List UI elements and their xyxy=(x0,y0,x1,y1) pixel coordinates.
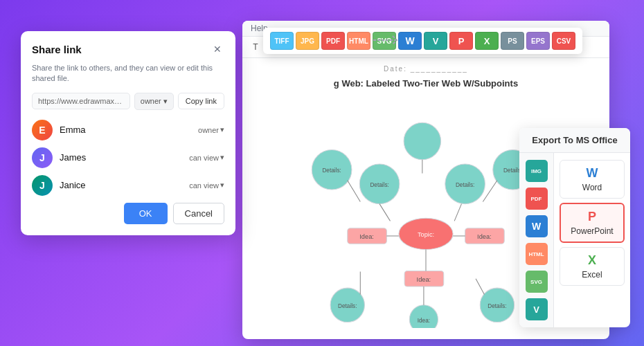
ppt-button[interactable]: P xyxy=(449,32,473,50)
svg-line-16 xyxy=(454,204,461,221)
user-permission-janice[interactable]: can view ▾ xyxy=(189,181,224,190)
copy-link-button[interactable]: Copy link xyxy=(178,93,224,109)
ok-button[interactable]: OK xyxy=(124,203,168,224)
user-permission-james[interactable]: can view ▾ xyxy=(189,153,224,162)
powerpoint-label: PowerPoint xyxy=(568,226,616,236)
svg-text:Details:: Details: xyxy=(322,167,341,174)
james-perm-label: can view xyxy=(189,154,219,162)
svg-line-28 xyxy=(476,279,484,295)
svg-text:Details:: Details: xyxy=(488,303,506,309)
cancel-button[interactable]: Cancel xyxy=(173,203,224,224)
avatar-janice: J xyxy=(32,175,53,196)
chevron-down-icon: ▾ xyxy=(163,97,168,106)
modal-header: Share link ✕ xyxy=(32,42,224,56)
avatar-emma: E xyxy=(32,120,53,140)
svg-point-32 xyxy=(404,122,441,160)
svg-line-13 xyxy=(379,204,390,221)
export-panel: Export To MS Office IMG PDF W HTML SVG V… xyxy=(519,128,630,327)
word-icon: W xyxy=(567,166,617,181)
powerpoint-export-option[interactable]: P PowerPoint xyxy=(560,203,625,243)
user-name-emma: Emma xyxy=(60,125,191,135)
modal-footer: OK Cancel xyxy=(32,203,224,224)
ppt-icon: P xyxy=(568,210,616,224)
export-pdf-icon[interactable]: PDF xyxy=(526,188,548,210)
tiff-button[interactable]: TIFF xyxy=(270,32,294,50)
emma-perm-label: owner xyxy=(198,126,219,134)
janice-perm-label: can view xyxy=(189,181,219,190)
html-button[interactable]: HTML xyxy=(347,32,370,50)
export-header: Export To MS Office xyxy=(519,128,630,153)
jpg-button[interactable]: JPG xyxy=(296,32,319,50)
user-name-janice: Janice xyxy=(60,180,182,190)
link-row: https://www.edrawmax.com/online/fil owne… xyxy=(32,93,224,110)
svg-text:Idea:: Idea: xyxy=(417,276,431,283)
excel-label: Excel xyxy=(567,270,617,280)
export-vsd-icon[interactable]: V xyxy=(526,298,548,320)
link-input-display[interactable]: https://www.edrawmax.com/online/fil xyxy=(32,93,130,109)
svg-text:Idea:: Idea: xyxy=(359,233,374,240)
word-export-option[interactable]: W Word xyxy=(560,160,625,199)
svg-text:Details:: Details: xyxy=(338,303,357,309)
excel-export-option[interactable]: X Excel xyxy=(560,247,625,286)
export-html-icon[interactable]: HTML xyxy=(526,243,548,265)
avatar-emma-img: E xyxy=(32,120,53,140)
user-row-james: J James can view ▾ xyxy=(32,147,224,168)
james-perm-chevron: ▾ xyxy=(220,153,224,162)
svg-line-19 xyxy=(348,181,361,202)
svg-text:Topic:: Topic: xyxy=(418,231,434,238)
modal-close-button[interactable]: ✕ xyxy=(211,42,224,56)
date-line: Date: ___________ xyxy=(249,65,602,73)
avatar-janice-img: J xyxy=(32,175,53,196)
svg-text:Details:: Details: xyxy=(456,182,474,188)
excel-icon: X xyxy=(567,253,617,268)
user-row-janice: J Janice can view ▾ xyxy=(32,175,224,196)
permission-label: owner xyxy=(141,97,161,105)
svg-text:Idea:: Idea: xyxy=(477,233,492,240)
eps-button[interactable]: EPS xyxy=(526,32,550,50)
permission-dropdown[interactable]: owner ▾ xyxy=(134,93,174,110)
format-toolbar: TIFF JPG PDF HTML SVG W V P X PS EPS CSV xyxy=(263,28,582,54)
pdf-button[interactable]: PDF xyxy=(321,32,345,50)
diagram-title: g Web: Labeled Two-Tier Web W/Subpoints xyxy=(249,78,602,89)
user-name-james: James xyxy=(60,152,182,163)
avatar-james-img: J xyxy=(32,147,53,168)
modal-title: Share link xyxy=(32,44,82,55)
csv-button[interactable]: CSV xyxy=(552,32,575,50)
xls-button[interactable]: X xyxy=(475,32,499,50)
export-word-sidebar-icon[interactable]: W xyxy=(526,215,548,237)
vsd-button[interactable]: V xyxy=(424,32,447,50)
emma-perm-chevron: ▾ xyxy=(220,125,224,134)
ps-button[interactable]: PS xyxy=(501,32,524,50)
janice-perm-chevron: ▾ xyxy=(220,181,224,190)
avatar-james: J xyxy=(32,147,53,168)
word-label: Word xyxy=(567,183,617,192)
arrow-indicator xyxy=(370,33,398,51)
share-modal: Share link ✕ Share the link to others, a… xyxy=(21,31,235,235)
svg-text:Details:: Details: xyxy=(370,182,388,188)
export-grid: IMG PDF W HTML SVG V W Word P PowerPoint… xyxy=(519,153,630,327)
user-row-emma: E Emma owner ▾ xyxy=(32,120,224,140)
svg-text:Idea:: Idea: xyxy=(418,318,430,324)
modal-description: Share the link to others, and they can v… xyxy=(32,63,224,84)
export-svg-icon[interactable]: SVG xyxy=(526,271,548,293)
export-img-icon[interactable]: IMG xyxy=(526,160,548,182)
export-options: W Word P PowerPoint X Excel xyxy=(554,153,630,327)
text-tool[interactable]: T xyxy=(248,39,263,55)
user-permission-emma[interactable]: owner ▾ xyxy=(198,125,224,134)
export-sidebar: IMG PDF W HTML SVG V xyxy=(519,153,554,327)
svg-point-29 xyxy=(409,305,438,328)
word-button[interactable]: W xyxy=(398,32,422,50)
